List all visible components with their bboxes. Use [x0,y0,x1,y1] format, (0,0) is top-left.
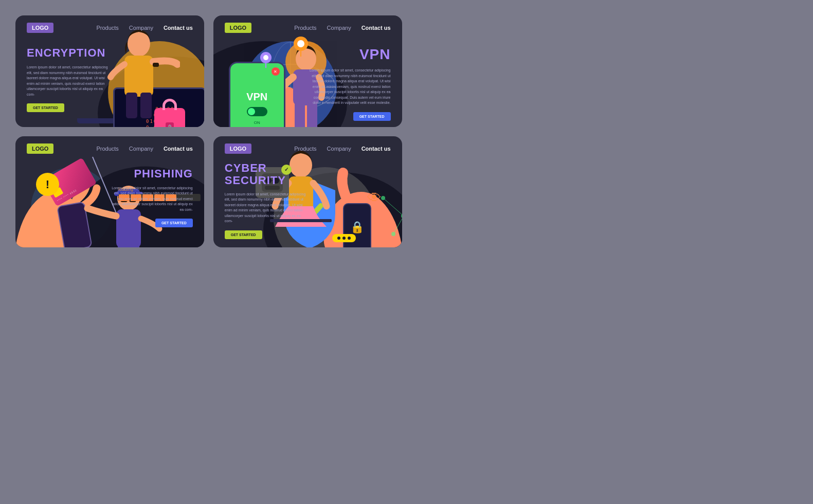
cyber-phone-icon: 🔒 [350,221,364,234]
enc-left-content: ENCRYPTION Lorem ipsum dolor sit amet, c… [27,41,109,112]
phi-warning-icon: ! [36,173,59,196]
vpn-logo: LOGO [225,23,251,33]
cyber-body: Lorem ipsum dolor sit amet, consectetur … [225,192,307,224]
vpn-right-content: VPN Lorem ipsum dolor sit amet, consecte… [309,41,391,121]
svg-line-42 [383,198,402,216]
cyber-chat-dot2 [342,237,346,240]
vpn-body: Lorem ipsum dolor sit amet, consectetur … [309,68,391,106]
cyber-eye-icon: 👁 [367,189,382,206]
svg-rect-4 [153,63,159,67]
enc-person [98,26,180,127]
svg-line-44 [393,216,402,234]
enc-title: ENCRYPTION [27,46,109,60]
nav-contact-cyber[interactable]: Contact us [362,146,391,152]
nav-products-vpn[interactable]: Products [294,25,316,31]
phi-right-content: PHISHING Lorem ipsum dolor sit amet, con… [111,167,193,228]
svg-rect-26 [129,244,139,248]
cybersecurity-card: LOGO Products Company Contact us [213,136,402,248]
svg-rect-15 [295,102,305,127]
svg-point-12 [263,55,268,60]
cyber-nav: LOGO Products Company Contact us [213,136,402,161]
vpn-label: VPN [246,91,267,103]
svg-rect-3 [140,93,152,118]
phi-get-started-button[interactable]: GET STARTED [155,219,193,227]
enc-get-started-button[interactable]: GET STARTED [27,103,64,112]
nav-company-vpn[interactable]: Company [327,25,351,31]
phishing-card: LOGO Products Company Contact us [15,136,204,248]
vpn-get-started-button[interactable]: GET STARTED [353,112,391,121]
nav-contact-phi[interactable]: Contact us [164,146,193,152]
encryption-nav: LOGO Products Company Contact us [15,15,204,40]
cyber-get-started-button[interactable]: GET STARTED [225,230,262,239]
encryption-logo: LOGO [27,23,53,33]
cyber-chat-bubble [332,234,356,242]
vpn-nav: LOGO Products Company Contact us [213,15,402,40]
nav-company-cyber[interactable]: Company [327,146,351,152]
svg-rect-1 [124,56,153,97]
nav-company-phi[interactable]: Company [129,146,153,152]
nav-products-phi[interactable]: Products [96,146,118,152]
nav-products-cyber[interactable]: Products [294,146,316,152]
encryption-nav-links: Products Company Contact us [96,25,192,31]
encryption-card: LOGO Products Company Contact us 1F 0010… [15,15,204,127]
vpn-card: LOGO Products Company Contact us [213,15,402,127]
phi-body: Lorem ipsum dolor sit amet, consectetur … [111,186,193,213]
cyber-chat-dot1 [337,237,340,240]
vpn-close-btn: ✕ [272,67,280,76]
vpn-on-label: ON [254,120,260,125]
svg-rect-2 [126,93,137,118]
cyber-chat-dots [337,237,351,240]
vpn-title: VPN [309,46,391,63]
vpn-pin-purple [260,51,272,70]
enc-body: Lorem ipsum dolor sit amet, consectetur … [27,65,109,97]
nav-contact-vpn[interactable]: Contact us [362,25,391,31]
cyber-chat-dot3 [348,237,351,240]
vpn-toggle[interactable] [247,107,267,116]
vpn-nav-links: Products Company Contact us [294,25,390,31]
nav-contact-enc[interactable]: Contact us [164,25,193,31]
svg-point-10 [297,40,304,47]
phi-title: PHISHING [111,167,193,181]
phishing-nav: LOGO Products Company Contact us [15,136,204,161]
phishing-nav-links: Products Company Contact us [96,146,192,152]
nav-company-enc[interactable]: Company [129,25,153,31]
cyber-logo: LOGO [225,143,251,154]
cyber-left-content: CYBERSECURITY Lorem ipsum dolor sit amet… [225,162,307,239]
cyber-nav-links: Products Company Contact us [294,146,390,152]
vpn-pin-purple-svg [260,51,272,68]
nav-products-enc[interactable]: Products [96,25,118,31]
svg-rect-25 [118,244,128,248]
cyber-title: CYBERSECURITY [225,162,307,187]
phishing-logo: LOGO [27,143,53,154]
